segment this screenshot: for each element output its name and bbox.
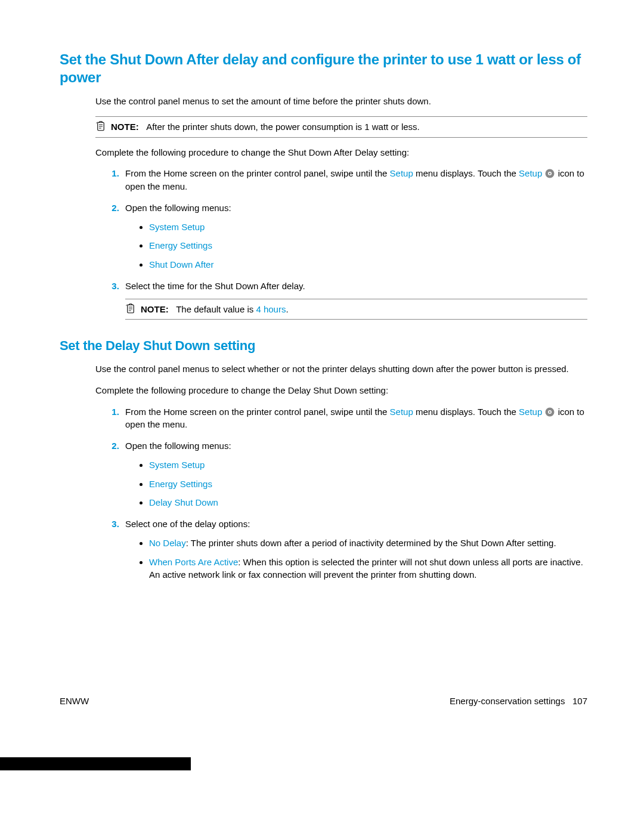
section2-body: Use the control panel menus to select wh… [95,363,587,581]
svg-point-13 [549,411,551,413]
note-1: NOTE: After the printer shuts down, the … [95,116,587,138]
note-2-content: NOTE: The default value is 4 hours. [141,303,289,316]
setup-gear-icon [544,407,555,417]
menu-system-setup: System Setup [149,222,205,232]
opt1-label: No Delay [149,538,186,548]
setup-link-2b: Setup [519,407,542,417]
document-page: Set the Shut Down After delay and config… [0,0,644,833]
section1-body: Use the control panel menus to set the a… [95,95,587,320]
note-1-text: After the printer shuts down, the power … [146,122,420,132]
footer-left: ENWW [60,695,89,708]
section1-steps: From the Home screen on the printer cont… [95,167,587,320]
svg-point-6 [549,173,551,175]
note-2: NOTE: The default value is 4 hours. [125,299,587,320]
section1-procedure-intro: Complete the following procedure to chan… [95,146,587,159]
note-1-content: NOTE: After the printer shuts down, the … [111,120,420,134]
section1-step3: Select the time for the Shut Down After … [122,280,587,320]
note-2-post: . [286,304,288,314]
page-number: 107 [572,696,587,706]
setup-gear-icon [544,168,555,179]
section1-step2: Open the following menus: System Setup E… [122,202,587,271]
delay-options-list: No Delay: The printer shuts down after a… [125,537,587,581]
menu-energy-settings: Energy Settings [149,240,212,250]
opt2-label: When Ports Are Active [149,557,238,567]
section2-menu-list: System Setup Energy Settings Delay Shut … [125,459,587,509]
note-1-label: NOTE: [111,122,146,132]
note-2-value: 4 hours [256,304,286,314]
section1-title: Set the Shut Down After delay and config… [60,51,587,86]
note-icon [125,304,136,314]
setup-link-2a: Setup [390,407,413,417]
s2-step1-mid: menu displays. Touch the [413,407,519,417]
s1-step1-mid: menu displays. Touch the [413,168,519,178]
redaction-bar [0,757,191,770]
s2-step1-pre: From the Home screen on the printer cont… [125,407,390,417]
section2-procedure-intro: Complete the following procedure to chan… [95,384,587,397]
section2-step1: From the Home screen on the printer cont… [122,405,587,432]
s1-step1-pre: From the Home screen on the printer cont… [125,168,390,178]
menu-shut-down-after: Shut Down After [149,259,213,270]
section1-intro: Use the control panel menus to set the a… [95,95,587,108]
note-icon [95,121,106,132]
option-no-delay: No Delay: The printer shuts down after a… [149,537,587,550]
section1-step1: From the Home screen on the printer cont… [122,167,587,193]
opt1-text: : The printer shuts down after a period … [186,538,556,548]
page-footer: ENWW Energy-conservation settings 107 [60,695,587,708]
footer-right: Energy-conservation settings 107 [450,695,587,708]
menu-delay-shut-down: Delay Shut Down [149,497,218,507]
section1-menu-list: System Setup Energy Settings Shut Down A… [125,221,587,271]
note-2-pre: The default value is [176,304,256,314]
section2-step3: Select one of the delay options: No Dela… [122,518,587,581]
section2-title: Set the Delay Shut Down setting [60,336,587,355]
option-ports-active: When Ports Are Active: When this option … [149,556,587,582]
menu-energy-settings-2: Energy Settings [149,479,212,489]
setup-link-1a: Setup [390,168,413,178]
note-2-label: NOTE: [141,304,176,314]
setup-link-1b: Setup [519,168,542,178]
section2-intro: Use the control panel menus to select wh… [95,363,587,376]
section2-step2: Open the following menus: System Setup E… [122,439,587,509]
menu-system-setup-2: System Setup [149,460,205,470]
section2-steps: From the Home screen on the printer cont… [95,405,587,582]
